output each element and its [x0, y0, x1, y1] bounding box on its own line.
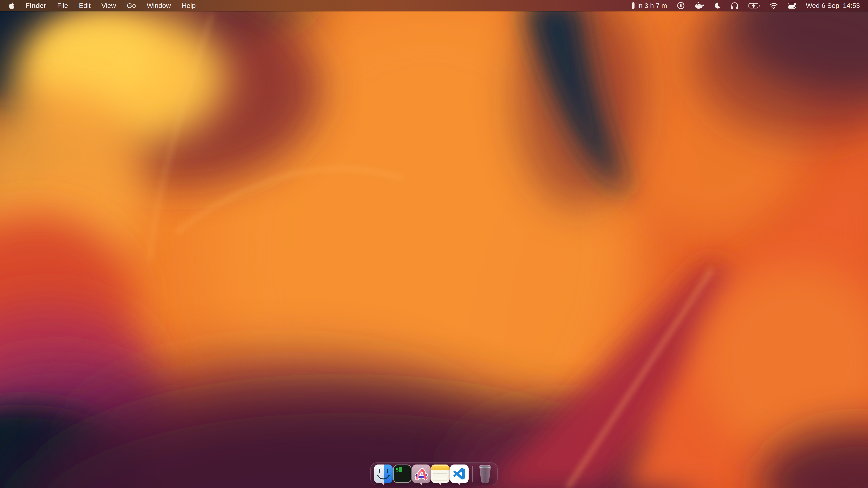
- 1password-icon: [677, 2, 685, 9]
- status-docker[interactable]: [694, 2, 704, 9]
- status-headphones[interactable]: [731, 2, 739, 9]
- menu-bar-status: in 3 h 7 m: [632, 2, 860, 9]
- menu-item-edit[interactable]: Edit: [79, 0, 91, 11]
- menu-bar-left: Finder File Edit View Go Window Help: [8, 0, 196, 11]
- running-indicator: [439, 483, 441, 485]
- status-focus[interactable]: [714, 2, 721, 9]
- battery-charging-icon: [748, 3, 760, 9]
- vscode-icon: [450, 464, 469, 483]
- finder-icon: [374, 464, 393, 483]
- menu-item-file[interactable]: File: [57, 0, 68, 11]
- dock-item-vscode[interactable]: [450, 462, 469, 485]
- desktop-wallpaper: [0, 0, 868, 488]
- terminal-icon: $: [393, 464, 412, 483]
- dock-item-terminal[interactable]: $: [393, 462, 412, 485]
- timer-pill-icon: [632, 2, 634, 9]
- dock-divider: [472, 466, 473, 482]
- dock-item-notes[interactable]: [431, 462, 450, 485]
- menu-item-window[interactable]: Window: [147, 0, 171, 11]
- headphones-icon: [731, 2, 739, 9]
- status-control-center[interactable]: [788, 3, 796, 9]
- menu-item-go[interactable]: Go: [127, 0, 136, 11]
- focus-moon-icon: [714, 2, 721, 9]
- terminal-prompt-glyph: $: [396, 466, 399, 473]
- apple-logo-icon: [8, 2, 15, 9]
- status-timer-text: in 3 h 7 m: [637, 2, 667, 9]
- menu-app-name[interactable]: Finder: [26, 0, 46, 11]
- menu-time: 14:53: [843, 2, 860, 9]
- apple-menu[interactable]: [8, 2, 15, 9]
- dock-item-trash[interactable]: [476, 462, 494, 485]
- dock-item-finder[interactable]: [374, 462, 393, 485]
- notes-icon: [431, 464, 450, 483]
- arc-browser-icon: [412, 464, 431, 483]
- trash-icon: [478, 464, 492, 484]
- dock-item-arc[interactable]: [412, 462, 431, 485]
- control-center-icon: [788, 3, 796, 9]
- dock: $: [370, 462, 498, 485]
- status-battery[interactable]: [748, 3, 760, 9]
- running-indicator: [382, 483, 384, 485]
- menu-date: Wed 6 Sep: [806, 2, 839, 9]
- status-wifi[interactable]: [770, 2, 778, 9]
- running-indicator: [421, 483, 423, 485]
- menu-item-view[interactable]: View: [101, 0, 116, 11]
- menu-bar: Finder File Edit View Go Window Help in …: [0, 0, 868, 11]
- menu-item-help[interactable]: Help: [182, 0, 196, 11]
- menu-clock[interactable]: Wed 6 Sep 14:53: [806, 2, 860, 9]
- wifi-icon: [770, 2, 778, 9]
- status-1password[interactable]: [677, 2, 685, 9]
- docker-icon: [694, 2, 704, 9]
- running-indicator: [458, 483, 460, 485]
- status-timer[interactable]: in 3 h 7 m: [632, 2, 667, 9]
